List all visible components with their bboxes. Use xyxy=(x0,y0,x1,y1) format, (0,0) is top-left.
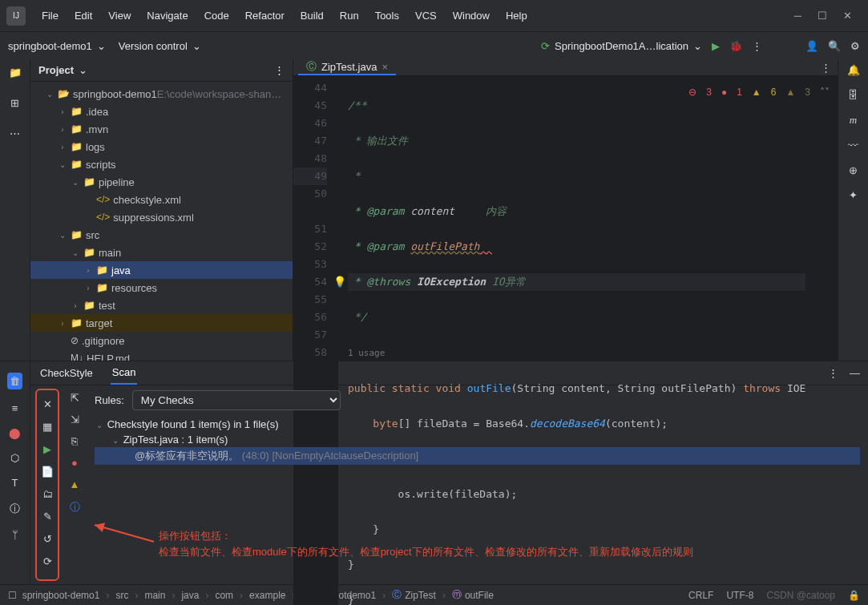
readonly-icon[interactable]: 🔒 xyxy=(848,590,860,601)
more-actions-icon[interactable]: ⋮ xyxy=(752,40,762,52)
menu-window[interactable]: Window xyxy=(446,6,496,25)
filter-error-icon[interactable]: ● xyxy=(71,457,78,469)
breadcrumb-item[interactable]: springboot-demo1 xyxy=(22,590,100,601)
close-icon[interactable]: ✕ xyxy=(843,10,852,22)
intention-bulb-icon[interactable]: 💡 xyxy=(333,273,346,291)
usage-hint[interactable]: 1 usage xyxy=(348,348,385,358)
menu-build[interactable]: Build xyxy=(294,6,330,25)
breadcrumb-item[interactable]: java xyxy=(181,590,199,601)
pulse-icon[interactable]: 〰 xyxy=(848,139,858,151)
menu-navigate[interactable]: Navigate xyxy=(140,6,194,25)
maximize-icon[interactable]: ☐ xyxy=(818,10,827,22)
tree-row[interactable]: ⌄📂springboot-demo1 E:\code\workspace-sha… xyxy=(30,85,293,103)
breadcrumb-item[interactable]: com xyxy=(215,590,233,601)
chevron-icon[interactable]: › xyxy=(71,301,80,310)
breadcrumb-item[interactable]: example xyxy=(249,590,285,601)
menu-refactor[interactable]: Refactor xyxy=(239,6,291,25)
results-file[interactable]: ⌄ ZipTest.java : 1 item(s) xyxy=(95,432,860,447)
code-insights[interactable]: ⊖3 ●1 ▲6 ▲3 ˄˅ xyxy=(688,87,830,98)
hexagon-icon[interactable]: ⬡ xyxy=(10,452,19,464)
tab-scan[interactable]: Scan xyxy=(111,361,138,385)
chevron-icon[interactable]: › xyxy=(83,266,93,275)
menu-help[interactable]: Help xyxy=(499,6,534,25)
notifications-icon[interactable]: 🔔 xyxy=(847,64,860,76)
tab-close-icon[interactable]: × xyxy=(382,61,388,73)
panel-more-icon[interactable]: ⋮ xyxy=(274,64,285,76)
tree-row[interactable]: </>suppressions.xml xyxy=(30,208,293,226)
breadcrumb-item[interactable]: src xyxy=(115,590,128,601)
tree-row[interactable]: ›📁.idea xyxy=(30,103,293,120)
close-icon[interactable]: ✕ xyxy=(40,397,55,411)
chevron-icon[interactable]: › xyxy=(58,125,67,134)
menu-edit[interactable]: Edit xyxy=(68,6,99,25)
tree-row[interactable]: ⌄📁pipeline xyxy=(30,173,293,191)
tree-row[interactable]: ›📁resources xyxy=(30,279,293,296)
chevron-icon[interactable]: ⌄ xyxy=(45,90,55,99)
menu-file[interactable]: File xyxy=(35,6,65,25)
tree-row[interactable]: </>checkstyle.xml xyxy=(30,191,293,208)
chevron-icon[interactable]: › xyxy=(58,107,67,116)
layers-icon[interactable]: ≡ xyxy=(12,402,18,414)
chevron-icon[interactable]: › xyxy=(58,143,67,151)
tab-checkstyle[interactable]: CheckStyle xyxy=(38,361,95,385)
user-icon[interactable]: 👤 xyxy=(805,40,818,52)
tree-row[interactable]: ⊘.gitignore xyxy=(30,332,293,349)
collapse-icon[interactable]: ⇲ xyxy=(71,413,79,426)
menu-vcs[interactable]: VCS xyxy=(409,6,443,25)
sync-icon[interactable]: ⟳ xyxy=(40,554,55,568)
chevron-icon[interactable]: › xyxy=(58,319,67,328)
gear-icon[interactable]: ⚙ xyxy=(850,40,860,52)
branch-icon[interactable]: ᛘ xyxy=(12,529,18,541)
search-icon[interactable]: 🔍 xyxy=(828,40,841,52)
ai-icon[interactable]: ✦ xyxy=(849,189,858,201)
results-issue[interactable]: @标签应有非空说明。 (48:0) [NonEmptyAtclauseDescr… xyxy=(95,447,860,465)
statusbar-square-icon[interactable]: ☐ xyxy=(8,590,17,601)
check-module-icon[interactable]: 📄 xyxy=(40,464,55,478)
chevron-icon[interactable]: ⌄ xyxy=(58,160,67,169)
expand-icon[interactable]: ⇱ xyxy=(71,392,79,404)
run-icon[interactable]: ▶ xyxy=(712,40,720,52)
maven-icon[interactable]: m xyxy=(850,114,857,127)
rules-select[interactable]: My Checks xyxy=(132,390,341,410)
chevron-icon[interactable]: ⌄ xyxy=(58,231,67,240)
tree-row[interactable]: ›📁logs xyxy=(30,138,293,155)
filter-warning-icon[interactable]: ▲ xyxy=(70,478,80,490)
run-icon[interactable]: ▶ xyxy=(40,442,55,456)
panel-minimize-icon[interactable]: — xyxy=(850,367,860,379)
breadcrumb-item[interactable]: main xyxy=(144,590,165,601)
tree-row[interactable]: ⌄📁scripts xyxy=(30,155,293,173)
check-project-icon[interactable]: 🗂 xyxy=(40,486,55,501)
tree-row[interactable]: ›📁java xyxy=(30,261,293,279)
database-icon[interactable]: 🗄 xyxy=(848,89,858,101)
text-icon[interactable]: T xyxy=(12,477,18,489)
menu-view[interactable]: View xyxy=(102,6,137,25)
project-tree[interactable]: ⌄📂springboot-demo1 E:\code\workspace-sha… xyxy=(30,82,293,361)
chevron-icon[interactable]: › xyxy=(83,284,93,292)
results-summary[interactable]: ⌄ Checkstyle found 1 item(s) in 1 file(s… xyxy=(95,417,860,432)
record-icon[interactable]: ⬤ xyxy=(9,427,21,439)
stop-icon[interactable]: ▦ xyxy=(40,419,55,434)
menu-code[interactable]: Code xyxy=(198,6,236,25)
globe-icon[interactable]: ⊕ xyxy=(849,164,858,176)
trash-icon[interactable]: 🗑 xyxy=(7,373,22,389)
chevron-up-down-icon[interactable]: ˄˅ xyxy=(820,87,830,98)
chevron-down-icon[interactable]: ⌄ xyxy=(79,64,87,76)
chevron-icon[interactable]: ⌄ xyxy=(71,178,80,187)
structure-tool-icon[interactable]: ⊞ xyxy=(7,95,23,111)
menu-run[interactable]: Run xyxy=(333,6,365,25)
project-selector[interactable]: springboot-demo1 ⌄ xyxy=(8,40,106,52)
run-config-selector[interactable]: ⟳ SpringbootDemo1A…lication ⌄ xyxy=(541,40,702,52)
check-changes-icon[interactable]: ✎ xyxy=(40,509,55,523)
vcs-selector[interactable]: Version control ⌄ xyxy=(119,40,201,52)
tree-row[interactable]: ⌄📁src xyxy=(30,226,293,244)
tree-row[interactable]: ›📁test xyxy=(30,296,293,314)
debug-icon[interactable]: 🐞 xyxy=(729,40,742,52)
menu-tools[interactable]: Tools xyxy=(369,6,406,25)
tree-row[interactable]: ›📁target xyxy=(30,314,293,332)
reload-rules-icon[interactable]: ↺ xyxy=(40,531,55,546)
filter-info-icon[interactable]: ⓘ xyxy=(70,500,80,514)
tree-row[interactable]: ⌄📁main xyxy=(30,244,293,261)
project-tool-icon[interactable]: 📁 xyxy=(7,64,23,80)
more-tool-icon[interactable]: ⋯ xyxy=(7,125,23,141)
minimize-icon[interactable]: ─ xyxy=(794,10,801,22)
